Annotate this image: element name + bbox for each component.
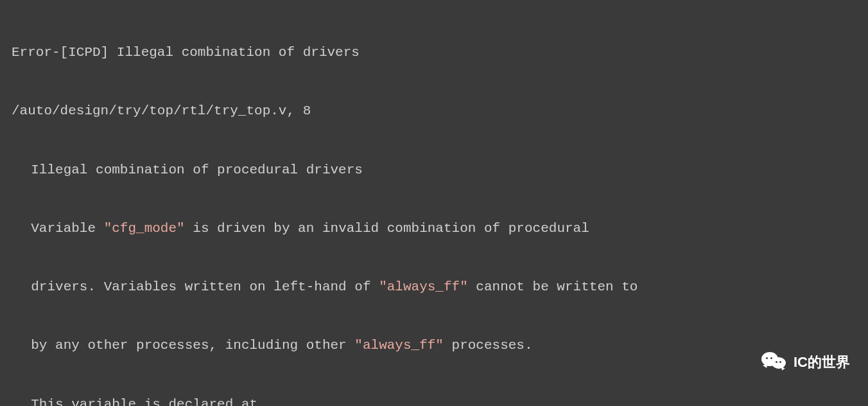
error-msg-line3: by any other processes, including other … <box>12 336 856 355</box>
watermark: IC的世界 <box>761 351 850 374</box>
terminal-output: Error-[ICPD] Illegal combination of driv… <box>12 4 856 406</box>
variable-name: "cfg_mode" <box>104 221 185 236</box>
watermark-text: IC的世界 <box>794 352 850 373</box>
always-ff-keyword: "always_ff" <box>379 279 468 294</box>
wechat-icon <box>761 351 787 374</box>
error-header: Error-[ICPD] Illegal combination of driv… <box>12 43 856 62</box>
always-ff-keyword: "always_ff" <box>354 338 444 353</box>
error-msg-line2: drivers. Variables written on left-hand … <box>12 278 856 297</box>
error-file-line: /auto/design/try/top/rtl/try_top.v, 8 <box>12 102 856 121</box>
declared-at-label: This variable is declared at <box>12 395 856 406</box>
error-msg-line1: Variable "cfg_mode" is driven by an inva… <box>12 219 856 238</box>
error-summary: Illegal combination of procedural driver… <box>12 161 856 180</box>
